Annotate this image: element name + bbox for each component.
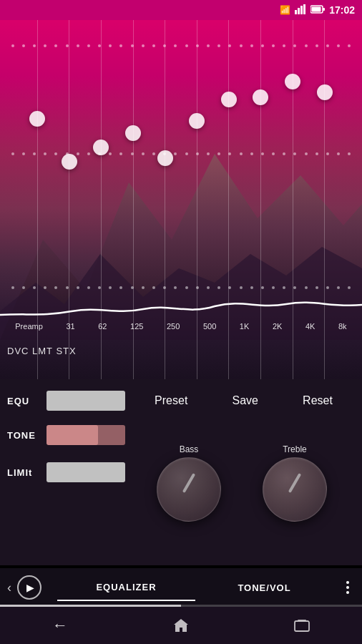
dot-2	[346, 586, 349, 589]
svg-rect-2	[300, 6, 303, 14]
tab-equalizer[interactable]: EQUALIZER	[57, 575, 195, 601]
dvc-lmt-stx-label: DVC LMT STX	[7, 346, 77, 356]
treble-label: Treble	[283, 444, 307, 454]
prev-button[interactable]: ‹	[7, 580, 11, 595]
equ-label: EQU	[7, 396, 47, 406]
status-bar: 📶 17:02	[0, 0, 362, 20]
eq-handle-2k[interactable]	[253, 89, 268, 105]
battery-icon	[310, 5, 325, 16]
equ-slider[interactable]	[47, 391, 125, 411]
limit-label: LIMIt	[7, 467, 47, 478]
svg-rect-10	[295, 621, 309, 631]
eq-handle-1k[interactable]	[221, 92, 237, 107]
freq-label-4k: 4K	[305, 322, 315, 331]
back-button[interactable]: ←	[52, 616, 68, 635]
eq-handle-preamp[interactable]	[29, 111, 45, 127]
action-buttons: Preset Save Reset	[132, 391, 355, 411]
tone-slider[interactable]	[47, 425, 125, 445]
svg-marker-9	[174, 619, 188, 632]
svg-rect-0	[295, 10, 297, 14]
preset-button[interactable]: Preset	[149, 391, 193, 411]
freq-label-500: 500	[203, 322, 216, 331]
recent-button[interactable]	[294, 619, 310, 632]
tab-bar: ‹ ▶ EQUALIZER TONE/VOL	[0, 568, 362, 607]
play-button[interactable]: ▶	[17, 575, 41, 600]
play-controls: ‹ ▶	[0, 575, 57, 600]
signal-icon	[295, 4, 306, 16]
svg-rect-3	[303, 4, 305, 14]
dot-3	[346, 591, 349, 594]
dot-1	[346, 581, 349, 584]
more-options-button[interactable]	[333, 581, 362, 594]
freq-label-62: 62	[98, 322, 107, 331]
freq-label-250: 250	[167, 322, 180, 331]
freq-label-8k: 8k	[338, 322, 347, 331]
equ-row: EQU Preset Save Reset	[0, 379, 362, 416]
eq-handle-8k[interactable]	[317, 84, 333, 100]
bass-knob[interactable]	[157, 457, 221, 522]
dots-row-mid	[0, 152, 362, 155]
svg-rect-11	[298, 620, 306, 621]
tone-label: TONE	[7, 430, 47, 441]
status-time: 17:02	[329, 4, 355, 16]
knobs-area: Bass Treble	[122, 422, 362, 544]
freq-label-125: 125	[130, 322, 143, 331]
freq-label-31: 31	[66, 322, 74, 331]
bass-label: Bass	[180, 444, 199, 454]
home-button[interactable]	[172, 618, 190, 633]
wifi-icon: 📶	[280, 5, 290, 15]
dots-row-bot	[0, 286, 362, 289]
freq-label-1k: 1K	[240, 322, 249, 331]
nav-bar: ←	[0, 607, 362, 644]
tab-buttons: EQUALIZER TONE/VOL	[57, 575, 333, 601]
svg-rect-6	[312, 6, 321, 11]
eq-handle-125[interactable]	[125, 125, 141, 141]
freq-label-preamp: Preamp	[15, 322, 43, 331]
svg-rect-1	[298, 8, 300, 14]
limit-slider[interactable]	[47, 462, 125, 482]
eq-handle-31[interactable]	[62, 154, 77, 170]
freq-labels: Preamp 31 62 125 250 500 1K 2K 4K 8k	[0, 322, 362, 331]
treble-knob[interactable]	[263, 457, 327, 522]
freq-label-2k: 2K	[273, 322, 282, 331]
play-icon: ▶	[26, 582, 34, 593]
reset-button[interactable]: Reset	[297, 391, 338, 411]
eq-section: Preamp 31 62 125 250 500 1K 2K 4K 8k DVC…	[0, 0, 362, 379]
eq-curve	[0, 293, 362, 322]
bass-knob-container: Bass	[157, 444, 221, 522]
eq-handle-4k[interactable]	[285, 74, 300, 89]
svg-rect-5	[323, 8, 325, 11]
save-button[interactable]: Save	[226, 391, 263, 411]
eq-handle-500[interactable]	[189, 113, 205, 129]
treble-knob-container: Treble	[263, 444, 327, 522]
tab-tone-vol[interactable]: TONE/VOL	[195, 575, 333, 600]
dots-row-top	[0, 44, 362, 47]
